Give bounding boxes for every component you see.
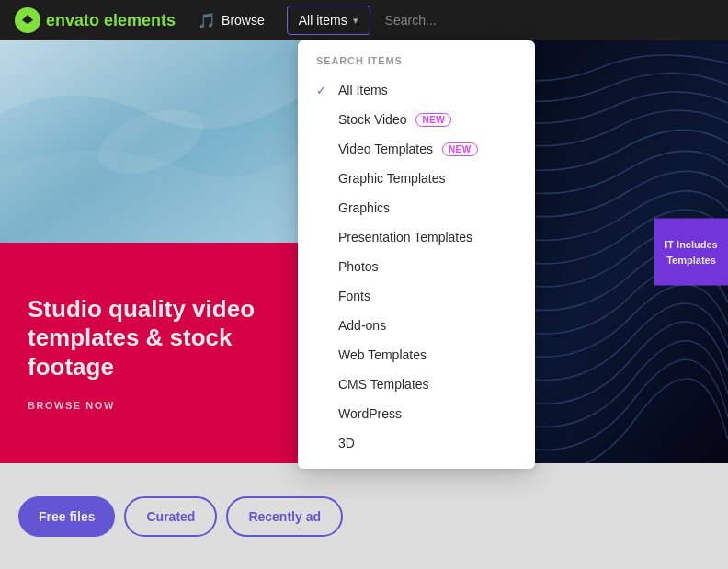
dropdown-item-cms-templates[interactable]: CMS Templates: [298, 370, 535, 399]
search-input[interactable]: [385, 9, 713, 31]
navbar: envato elements 🎵 Browse All items ▾: [0, 0, 728, 40]
chevron-down-icon: ▾: [353, 15, 358, 27]
logo[interactable]: envato elements: [15, 7, 176, 33]
dropdown-item-label: WordPress: [338, 406, 402, 421]
envato-logo-icon: [15, 7, 40, 33]
hero-right-text-content: IT Includes Templates: [665, 239, 717, 266]
dropdown-item-label: Video Templates: [338, 142, 433, 156]
tab-recently[interactable]: Recently ad: [226, 496, 343, 537]
dropdown-item-label: Photos: [338, 259, 379, 274]
dropdown-item-label: Fonts: [338, 289, 370, 303]
dropdown-item-stock-video[interactable]: Stock Video NEW: [298, 105, 535, 134]
check-icon: ✓: [316, 84, 329, 97]
dropdown-item-label: CMS Templates: [338, 377, 429, 392]
dropdown-item-video-templates[interactable]: Video Templates NEW: [298, 134, 535, 164]
dropdown-item-label: All Items: [338, 83, 388, 97]
dropdown-item-wordpress[interactable]: WordPress: [298, 399, 535, 428]
all-items-dropdown-button[interactable]: All items ▾: [287, 6, 370, 35]
dropdown-item-label: Stock Video: [338, 112, 406, 127]
tab-curated-label: Curated: [146, 509, 195, 524]
hero-left-content: Studio quality video templates & stock f…: [0, 243, 301, 463]
hero-blue-bg-svg: [0, 40, 301, 243]
dropdown-item-add-ons[interactable]: Add-ons: [298, 311, 535, 340]
search-input-wrap: [385, 9, 713, 31]
dropdown-item-presentation-templates[interactable]: Presentation Templates: [298, 222, 535, 252]
dropdown-item-all-items[interactable]: ✓ All Items: [298, 75, 535, 105]
dropdown-item-web-templates[interactable]: Web Templates: [298, 340, 535, 370]
hero-right-label: IT Includes Templates: [654, 219, 728, 286]
dropdown-item-label: Graphic Templates: [338, 171, 445, 186]
tab-free-files-label: Free files: [39, 509, 95, 524]
hero-left-card: Studio quality video templates & stock f…: [0, 40, 301, 463]
dropdown-item-graphic-templates[interactable]: Graphic Templates: [298, 164, 535, 193]
dropdown-item-label: Web Templates: [338, 347, 427, 362]
new-badge: NEW: [442, 142, 478, 156]
dropdown-item-label: Presentation Templates: [338, 230, 472, 245]
tab-free-files[interactable]: Free files: [18, 496, 115, 537]
bottom-tabs: Free files Curated Recently ad: [0, 463, 728, 569]
dropdown-header: SEARCH ITEMS: [298, 55, 535, 75]
browse-now-button[interactable]: BROWSE NOW: [28, 400, 274, 411]
dropdown-item-graphics[interactable]: Graphics: [298, 193, 535, 222]
search-items-dropdown: SEARCH ITEMS ✓ All Items Stock Video NEW…: [298, 40, 535, 469]
dropdown-item-photos[interactable]: Photos: [298, 252, 535, 281]
logo-text: envato elements: [46, 11, 176, 30]
dropdown-item-label: Graphics: [338, 200, 390, 215]
hero-title: Studio quality video templates & stock f…: [28, 295, 274, 381]
tab-curated[interactable]: Curated: [124, 496, 217, 537]
hero-left-top-image: [0, 40, 301, 243]
dropdown-item-fonts[interactable]: Fonts: [298, 281, 535, 311]
all-items-label: All items: [299, 13, 347, 28]
dropdown-item-label: Add-ons: [338, 318, 386, 333]
browse-button[interactable]: 🎵 Browse: [190, 0, 272, 40]
dropdown-item-label: 3D: [338, 436, 355, 450]
tab-recently-label: Recently ad: [248, 509, 321, 524]
browse-label: Browse: [222, 13, 265, 28]
music-icon: 🎵: [198, 12, 216, 29]
new-badge: NEW: [415, 113, 451, 127]
dropdown-item-3d[interactable]: 3D: [298, 428, 535, 458]
